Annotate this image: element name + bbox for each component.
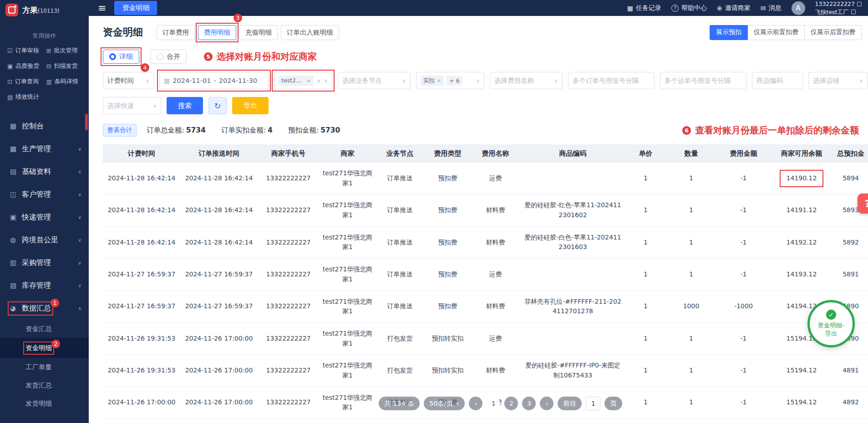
quick-op-item[interactable]: ▤绩效统计 xyxy=(7,93,46,101)
date-range-picker[interactable]: ▦ 2024-11-01 - 2024-11-30 xyxy=(159,72,269,89)
export-button[interactable]: 导出 xyxy=(232,97,269,114)
switch-account-icon[interactable] xyxy=(851,10,856,14)
table-cell: 订单推送 xyxy=(376,194,424,226)
table-cell: 2024-11-26 17:00:00 xyxy=(180,387,258,418)
table-cell: 1 xyxy=(665,259,717,290)
merchant-select[interactable]: test271华... × × ∨ xyxy=(274,72,332,89)
table-row: 2024-11-28 16:42:142024-11-28 16:42:1413… xyxy=(103,226,868,258)
refresh-icon: ↻ xyxy=(214,101,221,111)
sidebar-scrollbar-thumb[interactable] xyxy=(85,114,88,130)
table-cell: 2024-11-26 17:00:00 xyxy=(180,322,258,354)
sidebar-menu-item[interactable]: ◍跨境首公里∨ xyxy=(0,229,89,251)
sidebar-submenu-item[interactable]: 资金明细2 xyxy=(0,338,89,358)
page-number-button[interactable]: 1 xyxy=(487,397,500,410)
logo[interactable]: 方果(10113) xyxy=(0,0,89,20)
chevron-down-icon: ∨ xyxy=(78,237,81,243)
quick-op-item[interactable]: ⊞批次管理 xyxy=(46,46,86,55)
prev-page-button[interactable]: ‹ xyxy=(469,397,482,410)
product-code-field[interactable] xyxy=(752,72,803,89)
quick-op-item[interactable]: ⊡订单查询 xyxy=(7,77,46,86)
page-size-select[interactable]: 50条/页 ∨ xyxy=(424,397,465,410)
order-no-input[interactable] xyxy=(573,77,650,84)
quick-op-label: 扫描发货 xyxy=(54,62,77,70)
sidebar-menu-item[interactable]: ▣快递管理∨ xyxy=(0,206,89,229)
detail-radio[interactable]: 详细 xyxy=(103,50,139,64)
tracking-no-input[interactable] xyxy=(665,77,742,84)
business-node-select[interactable]: 选择业务节点 ∨ xyxy=(338,72,411,89)
table-cell: 4892 xyxy=(833,387,868,418)
merge-radio[interactable]: 合并 xyxy=(150,50,187,64)
remove-tag-icon[interactable]: × xyxy=(437,78,441,84)
copy-icon[interactable] xyxy=(857,2,862,6)
quick-op-item[interactable]: ⊟扫描发货 xyxy=(46,62,86,70)
clear-icon[interactable]: × xyxy=(316,77,321,84)
annotation-6-text: 查看对账月份最后一单扣除后的剩余金额 xyxy=(695,124,859,137)
quick-op-item[interactable]: ▣品质验货 xyxy=(7,62,46,70)
topbar-link[interactable]: ▦任务记录 xyxy=(627,4,661,12)
tab-button[interactable]: 充值明细 xyxy=(239,25,278,40)
table-cell: 预扣转实扣 xyxy=(424,322,472,354)
refresh-button[interactable]: ↻ xyxy=(208,97,227,114)
message-icon: ✉ xyxy=(761,5,766,12)
quick-op-item[interactable]: ☑订单审核 xyxy=(7,46,46,55)
annotation-badge-1: 1 xyxy=(51,299,59,307)
table-cell: test271华强北商家1 xyxy=(319,226,376,258)
sidebar-submenu-item[interactable]: 发货明细 xyxy=(0,394,89,413)
goto-page-input[interactable] xyxy=(586,397,600,410)
quick-op-item[interactable]: ▥条码详情 xyxy=(46,77,86,86)
sidebar-menu-item[interactable]: ▥采购管理∨ xyxy=(0,251,89,274)
view-toggle-button[interactable]: 仅展示后置扣费 xyxy=(805,25,862,40)
table-cell xyxy=(519,259,626,290)
sidebar-menu-item[interactable]: ◕数据汇总1∧ xyxy=(0,297,89,320)
time-type-value: 计费时间 xyxy=(107,76,134,85)
table-cell: 爱的硅硅胶-#FFFFFF-IP0-来图定制10675433 xyxy=(519,355,626,387)
tab-button[interactable]: 订单出入账明细 xyxy=(281,25,339,40)
sidebar-menu-item[interactable]: ◫客户管理∨ xyxy=(0,183,89,206)
time-type-select[interactable]: 计费时间 ∨ xyxy=(103,72,154,89)
product-code-input[interactable] xyxy=(756,77,798,84)
tab-button[interactable]: 费用明细 xyxy=(198,25,236,40)
user-info[interactable]: 13322222227 飞快test工厂 xyxy=(815,0,862,16)
topbar-link[interactable]: ✉消息 xyxy=(761,4,782,12)
sidebar-submenu-item[interactable]: 资金汇总 xyxy=(0,320,89,338)
help-fab-button[interactable]: ? xyxy=(858,194,868,214)
whole-table-total-badge[interactable]: 整表合计 xyxy=(103,124,137,137)
sidebar-menu-item[interactable]: ▦控制台 xyxy=(0,115,89,138)
topbar-link[interactable]: ⊕邀请商家 xyxy=(717,4,751,12)
topbar-link[interactable]: ?帮助中心 xyxy=(671,4,707,12)
next-page-button[interactable]: › xyxy=(540,397,553,410)
view-toggle-button[interactable]: 仅展示前置扣费 xyxy=(748,25,805,40)
table-cell: 4891 xyxy=(833,419,868,423)
fee-name-select[interactable]: 选择费用名称 ∨ xyxy=(490,72,563,89)
remove-tag-icon[interactable]: × xyxy=(307,78,311,84)
table-cell: 13322222227 xyxy=(258,259,319,290)
hamburger-icon[interactable]: ≡ xyxy=(98,3,106,13)
inventory-icon: ▧ xyxy=(10,281,22,290)
sidebar-submenu-item[interactable]: 工厂单量 xyxy=(0,358,89,376)
fee-mode-select[interactable]: 实扣 × + 6 ∨ xyxy=(416,72,484,89)
page-number-button[interactable]: 3 xyxy=(522,397,536,410)
order-audit-icon: ☑ xyxy=(7,47,13,54)
tracking-no-field[interactable] xyxy=(660,72,746,89)
page-number-button[interactable]: 2 xyxy=(504,397,518,410)
avatar[interactable]: A xyxy=(792,1,805,15)
sidebar-menu-item[interactable]: ▤基础资料∨ xyxy=(0,160,89,183)
shop-select[interactable]: 选择店铺 ∨ xyxy=(808,72,868,89)
sidebar-submenu-item[interactable]: 发货汇总 xyxy=(0,376,89,394)
tab-button[interactable]: 订单费用 xyxy=(157,25,195,40)
table-cell: 爱的硅硅胶-#FFFFFF-IP0-来图定制10675433 xyxy=(519,419,626,423)
export-progress-toast[interactable]: ✓ 资金明细-导出 xyxy=(807,300,855,347)
quick-op-label: 批次管理 xyxy=(54,46,77,55)
date-start-value: 2024-11-01 xyxy=(173,77,211,84)
express-select[interactable]: 选择快递 ∨ xyxy=(103,97,161,114)
workspace-tab[interactable]: 资金明细 xyxy=(114,1,157,15)
search-button[interactable]: 搜索 xyxy=(167,97,203,114)
table-cell: 订单推送 xyxy=(376,419,424,423)
table-cell: 13322222227 xyxy=(258,322,319,354)
view-toggle-button[interactable]: 展示预扣 xyxy=(710,25,748,40)
order-no-field[interactable] xyxy=(568,72,655,89)
sidebar-menu-item[interactable]: ▩生产管理∨ xyxy=(0,138,89,160)
table-cell: 材料费 xyxy=(472,290,519,322)
table-cell: 1 xyxy=(626,194,665,226)
sidebar-menu-item[interactable]: ▧库存管理∨ xyxy=(0,274,89,297)
